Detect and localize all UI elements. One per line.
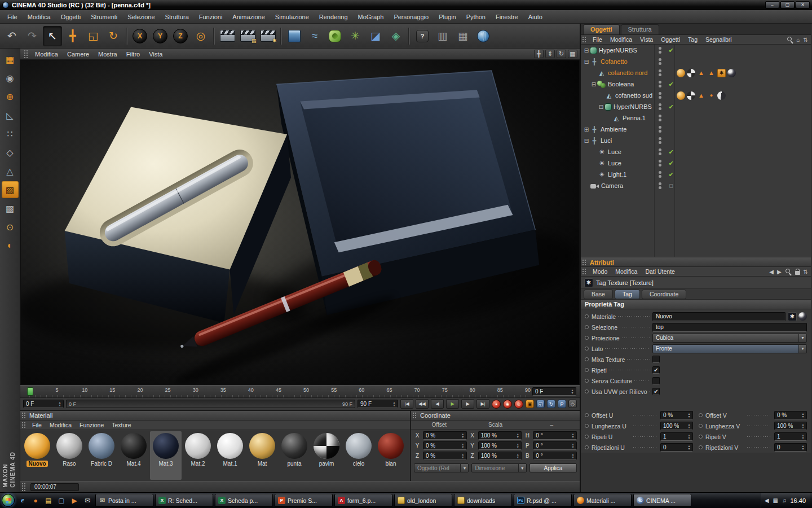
materiale-field[interactable]: Nuovo bbox=[652, 312, 785, 321]
coord-scale-y[interactable]: 100 %▴▾ bbox=[478, 441, 522, 450]
animation-dot-icon[interactable] bbox=[585, 413, 589, 417]
render-visibility-dot[interactable] bbox=[659, 141, 661, 144]
editor-visibility-dot[interactable] bbox=[659, 160, 661, 163]
palette-make-editable-button[interactable]: ▦ bbox=[2, 51, 19, 68]
menu-aiuto[interactable]: Aiuto bbox=[523, 10, 548, 24]
panel-grip-icon[interactable] bbox=[582, 36, 587, 43]
visibility-dots-icon[interactable] bbox=[654, 58, 665, 65]
tab-oggetti[interactable]: Oggetti bbox=[583, 24, 620, 34]
material-swatch-cielo[interactable]: cielo bbox=[343, 431, 374, 480]
ripetizioni-u-field[interactable]: 0▴▾ bbox=[660, 443, 693, 452]
toolbar-redo-button[interactable]: ↷ bbox=[23, 26, 42, 46]
editor-visibility-dot[interactable] bbox=[659, 47, 661, 50]
material-swatch-mat-1[interactable]: Mat.1 bbox=[214, 431, 246, 480]
palette-model-mode-button[interactable]: ◉ bbox=[2, 69, 19, 86]
spin-down-icon[interactable]: ▾ bbox=[572, 456, 573, 459]
visibility-dots-icon[interactable] bbox=[654, 126, 665, 133]
render-visibility-dot[interactable] bbox=[659, 152, 661, 155]
editor-visibility-dot[interactable] bbox=[659, 115, 661, 117]
senza-cuciture-checkbox[interactable] bbox=[652, 377, 660, 384]
object-manager-menu-file[interactable]: File bbox=[589, 35, 606, 45]
animation-dot-icon[interactable] bbox=[699, 413, 703, 417]
visibility-dots-icon[interactable] bbox=[654, 137, 665, 144]
toolbar-layout-single-button[interactable]: ▥ bbox=[433, 26, 452, 46]
spinner-icon[interactable]: ▴▾ bbox=[460, 432, 466, 439]
animation-dot-icon[interactable] bbox=[585, 336, 589, 340]
palette-texture-mode-button[interactable]: ▨ bbox=[2, 181, 19, 198]
spinner-icon[interactable]: ▴▾ bbox=[460, 452, 466, 459]
expander-icon[interactable]: ⊟ bbox=[590, 81, 597, 87]
viewport-pan-icon[interactable]: ╋ bbox=[534, 50, 544, 58]
spinner-icon[interactable]: ▴▾ bbox=[515, 442, 520, 449]
animation-dot-icon[interactable] bbox=[585, 424, 589, 428]
menu-strumenti[interactable]: Strumenti bbox=[86, 10, 122, 24]
spin-down-icon[interactable]: ▾ bbox=[59, 404, 60, 407]
editor-visibility-dot[interactable] bbox=[659, 58, 661, 61]
texture-tag-icon[interactable] bbox=[727, 69, 736, 77]
spin-down-icon[interactable]: ▾ bbox=[462, 446, 464, 449]
menu-file[interactable]: File bbox=[2, 10, 23, 24]
selection-tag-icon[interactable]: ▲ bbox=[697, 69, 705, 77]
visibility-dots-icon[interactable] bbox=[654, 171, 665, 178]
prev-frame-button[interactable]: ◀ bbox=[431, 399, 444, 409]
timeline-range-slider[interactable]: 0 F90 F bbox=[66, 400, 355, 408]
toolbar-add-deformer-button[interactable]: ◪ bbox=[366, 26, 385, 46]
menu-python[interactable]: Python bbox=[461, 10, 491, 24]
visibility-dots-icon[interactable] bbox=[654, 92, 665, 99]
render-visibility-dot[interactable] bbox=[659, 164, 661, 167]
dimension-dropdown[interactable]: Dimensione ▾ bbox=[471, 463, 526, 472]
taskbar-window-form-6-p[interactable]: Aform_6.p... bbox=[334, 494, 392, 507]
toolbar-render-settings-button[interactable]: ✱ bbox=[258, 26, 277, 46]
materials-menu-modifica[interactable]: Modifica bbox=[46, 421, 76, 430]
goto-start-button[interactable]: |◀ bbox=[400, 399, 413, 409]
viewport-canvas[interactable] bbox=[21, 60, 579, 384]
spin-down-icon[interactable]: ▾ bbox=[802, 426, 804, 429]
object-manager-menu-tag[interactable]: Tag bbox=[684, 35, 701, 45]
material-swatch-pavim[interactable]: pavim bbox=[311, 431, 342, 480]
spinner-icon[interactable]: ▴▾ bbox=[570, 388, 575, 395]
editor-visibility-dot[interactable] bbox=[659, 92, 661, 95]
ripetizioni-v-field[interactable]: 0▴▾ bbox=[774, 443, 807, 452]
enable-toggle-icon[interactable]: ✔ bbox=[665, 81, 677, 88]
render-visibility-dot[interactable] bbox=[659, 85, 661, 87]
menu-struttura[interactable]: Struttura bbox=[160, 10, 194, 24]
object-row-hypernurbs-5[interactable]: ⊟HyperNURBS✔ bbox=[581, 101, 811, 112]
tab-base[interactable]: Base bbox=[584, 290, 613, 299]
viewport-menu-modifica[interactable]: Modifica bbox=[30, 49, 63, 60]
editor-visibility-dot[interactable] bbox=[659, 69, 661, 72]
editor-visibility-dot[interactable] bbox=[659, 148, 661, 151]
search-icon[interactable] bbox=[787, 36, 793, 43]
visibility-dots-icon[interactable] bbox=[654, 69, 665, 76]
coord-rotation-b[interactable]: 0 °▴▾ bbox=[533, 452, 577, 460]
toolbar-layout-quad-button[interactable]: ▦ bbox=[453, 26, 473, 46]
toolbar-lock-z-axis-button[interactable]: Z bbox=[171, 26, 190, 46]
visibility-dots-icon[interactable] bbox=[654, 115, 665, 121]
render-visibility-dot[interactable] bbox=[659, 119, 661, 121]
toolbar-content-browser-button[interactable] bbox=[474, 26, 493, 46]
tab-tag[interactable]: Tag bbox=[615, 290, 640, 299]
viewport-menu-camere[interactable]: Camere bbox=[63, 49, 94, 60]
viewport-zoom-icon[interactable]: ⇕ bbox=[545, 50, 555, 58]
lock-icon[interactable] bbox=[795, 271, 800, 275]
coord-offset-y[interactable]: 0 %▴▾ bbox=[423, 441, 467, 450]
render-visibility-dot[interactable] bbox=[659, 186, 661, 189]
palette-workplane-mode-button[interactable]: ◺ bbox=[2, 107, 19, 124]
apply-button[interactable]: Applica bbox=[529, 463, 577, 472]
spin-down-icon[interactable]: ▾ bbox=[688, 426, 690, 429]
editor-visibility-dot[interactable] bbox=[659, 81, 661, 84]
taskbar-window-r-psd[interactable]: PsR.psd @ ... bbox=[514, 494, 572, 507]
next-frame-button[interactable]: ▶ bbox=[461, 399, 474, 409]
keyframe-parameter-button[interactable]: P bbox=[558, 400, 566, 408]
spinner-icon[interactable]: ▴▾ bbox=[800, 433, 806, 440]
spinner-icon[interactable]: ▴▾ bbox=[570, 452, 576, 459]
viewport[interactable] bbox=[20, 60, 580, 385]
ripeti-u-field[interactable]: 1▴▾ bbox=[660, 432, 693, 441]
render-visibility-dot[interactable] bbox=[659, 62, 661, 65]
object-row-luci-8[interactable]: ⊟╋Luci bbox=[581, 135, 811, 146]
phong-tag-icon[interactable]: ● bbox=[707, 91, 716, 100]
animation-dot-icon[interactable] bbox=[585, 357, 589, 361]
object-row-camera-12[interactable]: Camera◻ bbox=[581, 180, 811, 191]
render-visibility-dot[interactable] bbox=[659, 96, 661, 99]
proiezione-dropdown[interactable]: Cubica▾ bbox=[652, 334, 807, 343]
spin-down-icon[interactable]: ▾ bbox=[517, 436, 519, 439]
